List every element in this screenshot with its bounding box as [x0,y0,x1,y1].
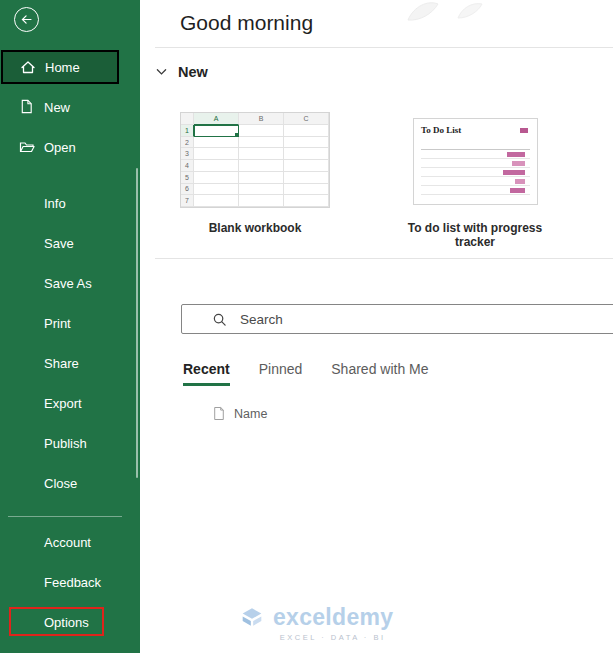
sidebar-item-account[interactable]: Account [0,528,140,556]
sidebar-item-feedback[interactable]: Feedback [0,568,140,596]
template-blank-workbook[interactable]: A B C 1 2 3 4 5 [180,112,330,208]
back-arrow-icon [20,13,33,26]
grid-cell [239,195,284,207]
grid-cell [194,172,239,184]
column-header: A [194,113,239,125]
progress-bar [512,161,525,166]
sidebar-item-label: Print [44,316,71,331]
sidebar-item-label: New [44,100,70,115]
grid-corner [181,113,194,125]
grid-cell [239,125,284,137]
back-button[interactable] [14,7,39,32]
grid-cell [194,184,239,196]
sidebar-item-label: Export [44,396,82,411]
sidebar-divider [8,516,122,517]
sidebar-item-options[interactable]: Options [0,608,140,636]
spreadsheet-thumbnail: A B C 1 2 3 4 5 [181,113,329,207]
watermark-tagline: EXCEL · DATA · BI [280,633,386,642]
column-header: B [239,113,284,125]
todo-list-thumbnail: To Do List [413,118,538,205]
sidebar-item-new[interactable]: New [0,93,140,121]
name-column-label: Name [234,407,267,421]
progress-bar [507,152,525,157]
sidebar-item-label: Info [44,196,66,211]
grid-cell [284,125,329,137]
sidebar-item-label: Publish [44,436,87,451]
sidebar-item-label: Close [44,476,77,491]
column-header: C [284,113,329,125]
greeting-title: Good morning [180,11,313,35]
sidebar-item-label: Open [44,140,76,155]
open-folder-icon [19,139,35,155]
grid-cell [194,148,239,160]
sidebar-item-save-as[interactable]: Save As [0,269,140,297]
tab-shared-with-me[interactable]: Shared with Me [331,361,428,386]
grid-cell [284,137,329,149]
chevron-down-icon [156,68,167,76]
sidebar-item-label: Options [44,615,89,630]
row-header: 5 [181,172,194,184]
grid-cell [239,148,284,160]
sidebar-scrollbar[interactable] [136,168,138,478]
sidebar-item-save[interactable]: Save [0,229,140,257]
sidebar-item-label: Share [44,356,79,371]
exceldemy-logo-icon [238,603,266,631]
template-title: To do list with progress tracker [390,221,560,249]
search-icon [212,312,227,327]
row-header: 6 [181,184,194,196]
sidebar-item-label: Feedback [44,575,101,590]
search-input[interactable] [240,312,570,327]
grid-cell [284,184,329,196]
tab-pinned[interactable]: Pinned [259,361,303,386]
sidebar-item-label: Home [45,60,80,75]
sidebar-item-label: Save As [44,276,92,291]
row-header: 4 [181,160,194,172]
search-box[interactable] [181,304,613,334]
sidebar-item-publish[interactable]: Publish [0,429,140,457]
sidebar-item-label: Save [44,236,74,251]
grid-cell [194,137,239,149]
watermark-brand: exceldemy [273,604,393,631]
progress-bar [510,188,525,193]
blank-workbook-thumbnail: A B C 1 2 3 4 5 [180,112,330,208]
sidebar-item-home[interactable]: Home [1,50,119,84]
grid-cell [194,160,239,172]
row-header: 1 [181,125,194,137]
new-document-icon [19,99,35,115]
progress-bar [503,170,525,175]
sidebar-item-label: Account [44,535,91,550]
todo-legend-swatch [520,128,528,133]
sidebar-item-share[interactable]: Share [0,349,140,377]
row-header: 7 [181,195,194,207]
sidebar-item-print[interactable]: Print [0,309,140,337]
sidebar-item-export[interactable]: Export [0,389,140,417]
grid-cell [194,195,239,207]
new-section-toggle[interactable]: New [156,64,208,80]
todo-thumb-table [421,141,530,195]
new-section-label: New [178,64,208,80]
template-todo-list[interactable]: To Do List [413,118,538,205]
file-list-tabs: Recent Pinned Shared with Me [183,361,429,386]
grid-cell [284,148,329,160]
document-icon [213,406,225,421]
grid-cell [239,137,284,149]
exceldemy-watermark: exceldemy EXCEL · DATA · BI [238,603,393,642]
grid-cell [239,160,284,172]
name-column-header[interactable]: Name [213,406,267,421]
row-header: 3 [181,148,194,160]
grid-cell [284,195,329,207]
template-title: Blank workbook [180,221,330,235]
selected-cell [194,125,239,137]
sidebar-item-close[interactable]: Close [0,469,140,497]
row-header: 2 [181,137,194,149]
grid-cell [239,184,284,196]
todo-thumb-title: To Do List [421,125,530,135]
sidebar-item-info[interactable]: Info [0,189,140,217]
grid-cell [239,172,284,184]
backstage-sidebar: Home New Open Info Save Save As Print Sh… [0,0,140,653]
progress-bar [515,179,525,184]
grid-cell [284,160,329,172]
tab-recent[interactable]: Recent [183,361,230,386]
header-divider [155,47,613,48]
sidebar-item-open[interactable]: Open [0,133,140,161]
